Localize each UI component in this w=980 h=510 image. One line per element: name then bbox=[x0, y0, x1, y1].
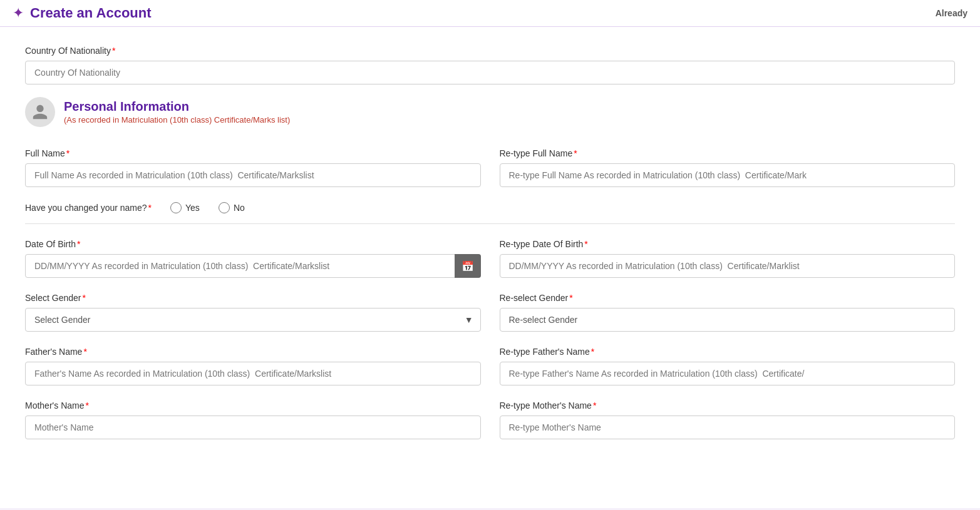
retype-fathers-name-input[interactable] bbox=[500, 362, 956, 385]
retype-dob-input-wrapper bbox=[500, 254, 956, 278]
radio-yes-label: Yes bbox=[185, 203, 200, 213]
gender-group: Select Gender* Select Gender Male Female… bbox=[25, 293, 481, 332]
gender-select-wrapper: Select Gender Male Female Other ▼ bbox=[25, 308, 481, 332]
radio-no[interactable]: No bbox=[219, 202, 245, 213]
dob-calendar-button[interactable]: 📅 bbox=[455, 254, 481, 278]
country-nationality-input[interactable] bbox=[25, 61, 955, 84]
full-name-group: Full Name* bbox=[25, 148, 481, 187]
calendar-icon: 📅 bbox=[462, 260, 474, 272]
radio-yes[interactable]: Yes bbox=[170, 202, 200, 213]
personal-info-header: Personal Information (As recorded in Mat… bbox=[25, 97, 955, 133]
fathers-name-group: Father's Name* bbox=[25, 347, 481, 385]
mothers-name-row: Mother's Name* Re-type Mother's Name* bbox=[25, 400, 955, 439]
retype-mothers-name-label: Re-type Mother's Name* bbox=[500, 400, 956, 411]
reselect-gender-group: Re-select Gender* Re-select Gender Male … bbox=[500, 293, 956, 332]
personal-info-text: Personal Information (As recorded in Mat… bbox=[64, 99, 290, 125]
brand-icon: ✦ bbox=[13, 5, 24, 21]
fathers-name-label: Father's Name* bbox=[25, 347, 481, 357]
dob-group: Date Of Birth* 📅 bbox=[25, 239, 481, 278]
mothers-name-label: Mother's Name* bbox=[25, 400, 481, 411]
avatar bbox=[25, 97, 55, 127]
full-name-input[interactable] bbox=[25, 163, 481, 187]
personal-info-title: Personal Information bbox=[64, 99, 290, 114]
header-left: ✦ Create an Account bbox=[13, 5, 152, 21]
name-changed-group: Have you changed your name?* Yes No bbox=[25, 202, 955, 224]
dob-label: Date Of Birth* bbox=[25, 239, 481, 249]
retype-dob-group: Re-type Date Of Birth* bbox=[500, 239, 956, 278]
reselect-gender-select-wrapper: Re-select Gender Male Female Other bbox=[500, 308, 956, 332]
fathers-name-row: Father's Name* Re-type Father's Name* bbox=[25, 347, 955, 385]
country-section: Country Of Nationality* bbox=[25, 46, 955, 84]
retype-fathers-name-label: Re-type Father's Name* bbox=[500, 347, 956, 357]
retype-dob-input[interactable] bbox=[500, 254, 956, 278]
page-title: Create an Account bbox=[30, 5, 152, 21]
header-already-text: Already bbox=[936, 8, 967, 18]
radio-yes-input[interactable] bbox=[170, 202, 182, 213]
dob-input[interactable] bbox=[25, 254, 481, 278]
retype-mothers-name-group: Re-type Mother's Name* bbox=[500, 400, 956, 439]
radio-no-label: No bbox=[234, 203, 245, 213]
dob-input-wrapper: 📅 bbox=[25, 254, 481, 278]
retype-full-name-group: Re-type Full Name* bbox=[500, 148, 956, 187]
main-content: Country Of Nationality* Personal Informa… bbox=[0, 27, 980, 508]
gender-row: Select Gender* Select Gender Male Female… bbox=[25, 293, 955, 332]
fathers-name-input[interactable] bbox=[25, 362, 481, 385]
personal-info-subtitle: (As recorded in Matriculation (10th clas… bbox=[64, 115, 290, 125]
retype-fathers-name-group: Re-type Father's Name* bbox=[500, 347, 956, 385]
retype-dob-label: Re-type Date Of Birth* bbox=[500, 239, 956, 249]
country-label: Country Of Nationality* bbox=[25, 46, 955, 56]
dob-row: Date Of Birth* 📅 Re-type Date Of Birth* bbox=[25, 239, 955, 278]
radio-no-input[interactable] bbox=[219, 202, 230, 213]
gender-label: Select Gender* bbox=[25, 293, 481, 303]
header: ✦ Create an Account Already bbox=[0, 0, 980, 27]
gender-select[interactable]: Select Gender Male Female Other bbox=[25, 308, 481, 332]
reselect-gender-label: Re-select Gender* bbox=[500, 293, 956, 303]
country-required-star: * bbox=[112, 46, 115, 56]
retype-full-name-label: Re-type Full Name* bbox=[500, 148, 956, 158]
mothers-name-input[interactable] bbox=[25, 416, 481, 439]
full-name-label: Full Name* bbox=[25, 148, 481, 158]
mothers-name-group: Mother's Name* bbox=[25, 400, 481, 439]
retype-mothers-name-input[interactable] bbox=[500, 416, 956, 439]
name-changed-label: Have you changed your name?* bbox=[25, 203, 152, 213]
retype-full-name-input[interactable] bbox=[500, 163, 956, 187]
reselect-gender-select[interactable]: Re-select Gender Male Female Other bbox=[500, 308, 956, 332]
full-name-row: Full Name* Re-type Full Name* bbox=[25, 148, 955, 187]
